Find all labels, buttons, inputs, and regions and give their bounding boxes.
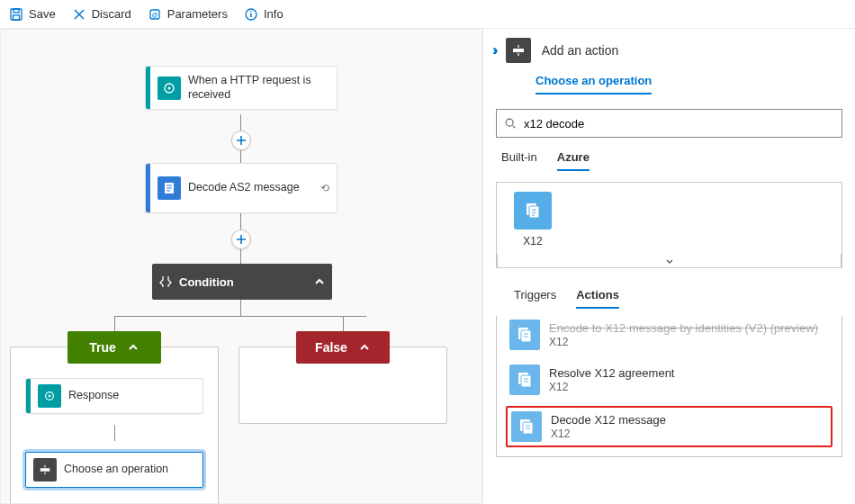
true-branch-container: True Response Choose an operation	[10, 346, 219, 504]
save-icon	[9, 7, 23, 22]
add-step-button[interactable]	[231, 130, 251, 150]
parameters-icon: @	[148, 7, 162, 22]
document-icon	[158, 176, 181, 200]
discard-button[interactable]: Discard	[72, 7, 131, 22]
action-card-decode-as2[interactable]: Decode AS2 message ⟲	[145, 163, 338, 213]
tab-triggers[interactable]: Triggers	[514, 288, 556, 309]
svg-rect-1	[14, 9, 19, 13]
save-label: Save	[29, 7, 56, 21]
action-title: Resolve X12 agreement	[549, 366, 674, 381]
chevron-up-icon	[358, 341, 371, 354]
triggers-actions-tabs: Triggers Actions	[496, 275, 842, 309]
svg-point-12	[49, 395, 51, 398]
false-label: False	[315, 340, 347, 355]
tab-actions[interactable]: Actions	[576, 288, 619, 309]
trigger-card-http-request[interactable]: When a HTTP request is received	[145, 66, 338, 110]
info-icon	[244, 7, 258, 22]
response-icon	[38, 384, 61, 408]
parameters-label: Parameters	[167, 7, 228, 21]
connector-gallery: X12	[496, 182, 842, 268]
parameters-button[interactable]: @ Parameters	[148, 7, 228, 22]
as2-label: Decode AS2 message	[188, 174, 313, 202]
action-title: Decode X12 message	[551, 413, 666, 428]
false-branch-container: False	[238, 346, 447, 424]
add-step-button[interactable]	[231, 230, 251, 249]
trigger-label: When a HTTP request is received	[188, 67, 337, 109]
condition-icon	[152, 274, 179, 289]
false-branch-header[interactable]: False	[296, 331, 390, 364]
x12-icon	[509, 320, 540, 350]
scope-tabs: Built-in Azure	[483, 138, 855, 171]
choose-operation-label: Choose an operation	[64, 455, 202, 484]
expand-connectors-button[interactable]	[497, 254, 842, 268]
tab-choose-operation[interactable]: Choose an operation	[536, 74, 652, 94]
save-button[interactable]: Save	[9, 7, 56, 22]
collapse-toggle[interactable]	[307, 275, 332, 288]
http-icon	[158, 76, 181, 100]
choose-operation-node[interactable]: Choose an operation	[25, 452, 203, 488]
info-button[interactable]: Info	[244, 7, 284, 22]
panel-section-tabs: Choose an operation	[483, 63, 855, 94]
operation-icon	[33, 458, 57, 482]
action-subtitle: X12	[549, 336, 818, 348]
connector-line	[114, 425, 115, 441]
svg-rect-13	[40, 468, 50, 472]
action-subtitle: X12	[549, 381, 674, 393]
svg-point-7	[250, 11, 252, 13]
action-panel: ›› Add an action Choose an operation Bui…	[482, 29, 855, 504]
action-card-response[interactable]: Response	[25, 378, 203, 414]
true-label: True	[89, 340, 116, 355]
svg-rect-14	[513, 49, 524, 52]
search-input[interactable]	[522, 116, 834, 131]
response-label: Response	[68, 382, 202, 410]
action-subtitle: X12	[551, 428, 666, 440]
top-toolbar: Save Discard @ Parameters Info	[0, 0, 855, 29]
svg-text:@: @	[151, 12, 158, 18]
discard-label: Discard	[92, 7, 131, 21]
connector-tile-x12[interactable]: X12	[506, 192, 560, 248]
close-icon	[72, 7, 86, 22]
connector-line	[240, 300, 241, 316]
tab-built-in[interactable]: Built-in	[501, 150, 537, 171]
condition-label: Condition	[179, 275, 307, 289]
info-label: Info	[264, 7, 284, 21]
collapse-panel-button[interactable]: ››	[492, 42, 495, 58]
panel-title-icon	[506, 38, 531, 63]
action-item-encode-x12[interactable]: Encode to X12 message by identities (V2)…	[506, 316, 832, 354]
action-item-resolve-x12[interactable]: Resolve X12 agreement X12	[506, 361, 832, 399]
link-icon: ⟲	[313, 182, 337, 194]
x12-icon	[511, 411, 542, 442]
designer-canvas[interactable]: When a HTTP request is received Decode A…	[0, 29, 482, 504]
connector-line	[114, 316, 366, 317]
action-title: Encode to X12 message by identities (V2)…	[549, 321, 818, 336]
action-item-decode-x12[interactable]: Decode X12 message X12	[506, 406, 832, 447]
x12-icon	[514, 192, 552, 230]
true-branch-header[interactable]: True	[68, 331, 161, 364]
tab-azure[interactable]: Azure	[557, 150, 590, 171]
x12-icon	[509, 364, 540, 395]
search-icon	[504, 117, 517, 130]
svg-point-9	[168, 86, 171, 89]
action-list: Encode to X12 message by identities (V2)…	[496, 316, 842, 457]
condition-node[interactable]: Condition	[152, 264, 332, 300]
connector-tile-label: X12	[523, 235, 542, 248]
svg-rect-2	[14, 15, 20, 20]
panel-title: Add an action	[542, 43, 619, 58]
svg-rect-0	[11, 9, 22, 20]
search-box[interactable]	[496, 109, 842, 138]
svg-point-15	[506, 119, 513, 126]
chevron-up-icon	[127, 341, 140, 354]
